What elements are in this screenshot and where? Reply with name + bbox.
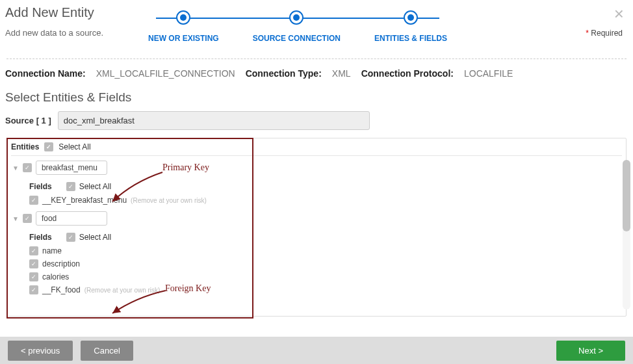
field-name: __FK_food <box>42 285 81 294</box>
fields-label: Fields <box>29 182 52 191</box>
connection-name-label: Connection Name: <box>5 68 86 79</box>
field-checkbox[interactable] <box>29 196 38 205</box>
select-all-label: Select All <box>79 182 111 191</box>
next-button[interactable]: Next > <box>556 341 625 361</box>
step-label: SOURCE CONNECTION <box>253 34 341 43</box>
source-input[interactable] <box>58 111 370 130</box>
field-name: description <box>42 259 80 268</box>
entity-name-input[interactable]: food <box>36 211 107 226</box>
field-checkbox[interactable] <box>29 259 38 268</box>
select-all-label: Select All <box>58 142 90 151</box>
entities-header-label: Entities <box>11 142 39 151</box>
step-circle-icon <box>289 10 304 25</box>
field-name: __KEY_breakfast_menu <box>42 196 127 205</box>
previous-button[interactable]: < previous <box>8 341 73 361</box>
connection-name-value: XML_LOCALFILE_CONNECTION <box>96 68 235 79</box>
field-hint: (Remove at your own risk) <box>84 287 161 294</box>
annotation-primary-key: Primary Key <box>162 162 209 173</box>
fields-label: Fields <box>29 233 52 242</box>
field-hint: (Remove at your own risk) <box>131 197 207 204</box>
section-title: Select Entities & Fields <box>0 90 633 111</box>
connection-type-value: XML <box>332 68 351 79</box>
cancel-button[interactable]: Cancel <box>81 341 133 361</box>
entity-name-input[interactable]: breakfast_menu <box>36 161 107 175</box>
connection-protocol-label: Connection Protocol: <box>361 68 454 79</box>
page-subtitle: Add new data to a source. <box>5 28 142 38</box>
annotation-foreign-key: Foreign Key <box>165 283 211 294</box>
entity-checkbox[interactable] <box>23 163 32 172</box>
field-checkbox[interactable] <box>29 272 38 281</box>
step-label: ENTITIES & FIELDS <box>374 34 447 43</box>
step-label: NEW OR EXISTING <box>148 34 219 43</box>
step-circle-icon <box>404 10 418 25</box>
field-checkbox[interactable] <box>29 285 38 294</box>
scrollbar-thumb[interactable] <box>623 160 630 231</box>
field-name: name <box>42 246 62 255</box>
entity-checkbox[interactable] <box>23 214 32 223</box>
footer-bar: < previous Cancel Next > <box>0 337 633 364</box>
close-icon[interactable]: × <box>614 5 624 22</box>
select-all-label: Select All <box>79 233 111 242</box>
connection-type-label: Connection Type: <box>246 68 322 79</box>
stepper: NEW OR EXISTING SOURCE CONNECTION ENTITI… <box>142 5 623 43</box>
select-all-fields-checkbox[interactable] <box>66 182 75 191</box>
required-note: * Required <box>586 29 623 38</box>
connection-protocol-value: LOCALFILE <box>464 68 513 79</box>
select-all-entities-checkbox[interactable] <box>44 142 53 151</box>
entities-panel: Entities Select All ▼ breakfast_menu Fie… <box>6 138 627 317</box>
page-title: Add New Entity <box>5 5 142 20</box>
step-source-connection[interactable]: SOURCE CONNECTION <box>253 10 341 43</box>
step-entities-fields[interactable]: ENTITIES & FIELDS <box>374 10 447 43</box>
source-label: Source [ 1 ] <box>5 116 51 125</box>
chevron-down-icon[interactable]: ▼ <box>12 164 19 172</box>
step-new-or-existing[interactable]: NEW OR EXISTING <box>148 10 219 43</box>
field-name: calories <box>42 272 69 281</box>
field-checkbox[interactable] <box>29 246 38 255</box>
step-circle-icon <box>176 10 190 25</box>
chevron-down-icon[interactable]: ▼ <box>12 215 19 222</box>
select-all-fields-checkbox[interactable] <box>66 233 75 242</box>
divider <box>6 58 627 59</box>
